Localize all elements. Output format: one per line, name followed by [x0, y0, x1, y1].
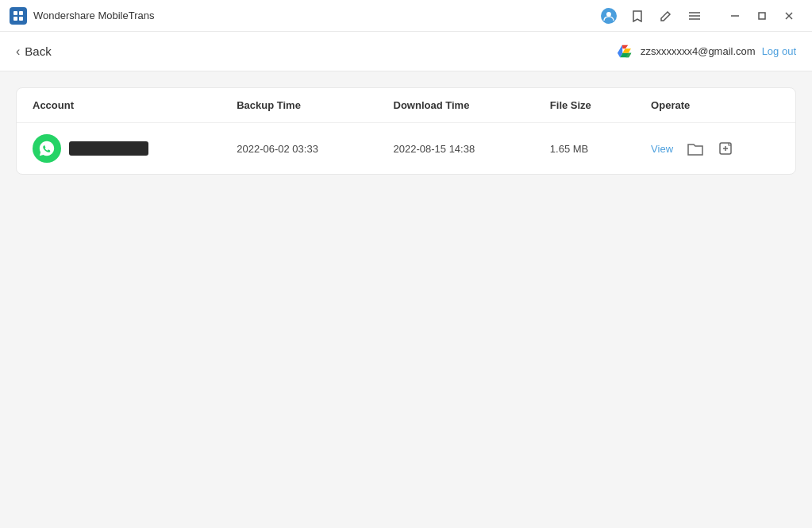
- operate-cell: View: [635, 123, 795, 175]
- account-cell: [17, 123, 221, 175]
- back-button[interactable]: ‹ Back: [16, 44, 52, 59]
- titlebar: Wondershare MobileTrans: [0, 0, 812, 32]
- backup-table-card: Account Backup Time Download Time File S…: [16, 87, 796, 175]
- view-button[interactable]: View: [651, 143, 673, 155]
- app-logo: [10, 7, 27, 25]
- user-email: zzsxxxxxxx4@gmail.com: [641, 45, 756, 57]
- col-operate: Operate: [635, 88, 795, 123]
- table-header-row: Account Backup Time Download Time File S…: [17, 88, 795, 123]
- svg-rect-1: [19, 11, 23, 15]
- user-avatar-icon[interactable]: [601, 8, 617, 24]
- download-time-cell: 2022-08-15 14:38: [378, 123, 534, 175]
- window-controls: [722, 4, 802, 28]
- main-content: Account Backup Time Download Time File S…: [0, 71, 812, 528]
- col-account: Account: [17, 88, 221, 123]
- content-area: ‹ Back zzsxxxxxxx4@gmail.com Log out Acc…: [0, 32, 812, 528]
- svg-rect-2: [13, 17, 17, 21]
- menu-icon[interactable]: [687, 8, 702, 24]
- edit-icon[interactable]: [658, 8, 674, 24]
- close-button[interactable]: [775, 4, 802, 28]
- svg-point-4: [606, 12, 611, 17]
- svg-rect-3: [19, 17, 23, 21]
- whatsapp-icon: [33, 134, 61, 163]
- restore-icon[interactable]: [716, 139, 735, 158]
- app-title: Wondershare MobileTrans: [33, 10, 601, 21]
- file-size-cell: 1.65 MB: [534, 123, 635, 175]
- backup-table: Account Backup Time Download Time File S…: [17, 88, 795, 174]
- folder-icon[interactable]: [686, 139, 705, 158]
- bookmark-icon[interactable]: [629, 8, 645, 24]
- svg-rect-0: [13, 11, 17, 15]
- maximize-button[interactable]: [749, 4, 775, 28]
- backup-time-cell: 2022-06-02 03:33: [221, 123, 377, 175]
- minimize-button[interactable]: [722, 4, 749, 28]
- col-file-size: File Size: [534, 88, 635, 123]
- table-row: 2022-06-02 03:33 2022-08-15 14:38 1.65 M…: [17, 123, 795, 175]
- svg-rect-9: [759, 13, 765, 19]
- col-download-time: Download Time: [378, 88, 534, 123]
- account-name-redacted: [69, 141, 148, 156]
- operate-icons: [686, 139, 735, 158]
- back-arrow-icon: ‹: [16, 44, 20, 59]
- titlebar-controls: [601, 4, 802, 28]
- back-label: Back: [25, 44, 51, 58]
- logout-button[interactable]: Log out: [762, 45, 796, 57]
- topbar-right: zzsxxxxxxx4@gmail.com Log out: [617, 43, 796, 60]
- topbar: ‹ Back zzsxxxxxxx4@gmail.com Log out: [0, 32, 812, 71]
- google-drive-icon: [617, 43, 634, 60]
- col-backup-time: Backup Time: [221, 88, 377, 123]
